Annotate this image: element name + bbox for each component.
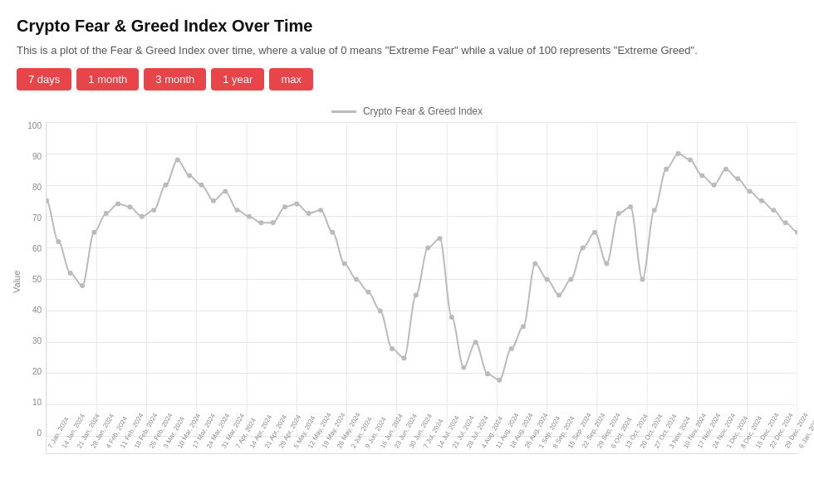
svg-point-29 xyxy=(199,183,204,188)
svg-point-26 xyxy=(163,183,168,188)
legend-line-icon xyxy=(331,110,356,113)
svg-point-73 xyxy=(723,167,728,172)
chart-inner: Value 100 90 80 70 60 50 40 30 20 10 0 xyxy=(17,122,797,454)
svg-point-46 xyxy=(401,355,406,360)
y-axis: Value 100 90 80 70 60 50 40 30 20 10 0 xyxy=(17,122,46,454)
y-axis-title: Value xyxy=(12,271,22,293)
svg-point-56 xyxy=(521,324,526,329)
svg-point-72 xyxy=(712,183,717,188)
chart-plot-area: 7 Jan, 202414 Jan, 202421 Jan, 202428 Ja… xyxy=(46,122,797,454)
time-range-buttons: 7 days 1 month 3 month 1 year max xyxy=(17,68,797,91)
svg-point-23 xyxy=(127,204,132,209)
svg-point-45 xyxy=(390,346,395,351)
chart-container: Crypto Fear & Greed Index Value 100 90 8… xyxy=(17,105,797,462)
svg-point-75 xyxy=(748,188,753,193)
svg-point-32 xyxy=(235,208,240,213)
svg-point-47 xyxy=(414,292,419,297)
svg-point-37 xyxy=(294,202,299,207)
svg-point-66 xyxy=(640,277,645,282)
svg-point-20 xyxy=(91,230,96,235)
y-tick-0: 0 xyxy=(37,429,42,438)
svg-point-76 xyxy=(759,198,764,203)
legend-label: Crypto Fear & Greed Index xyxy=(363,105,483,117)
y-tick-30: 30 xyxy=(32,337,42,345)
svg-point-18 xyxy=(68,271,73,276)
svg-point-36 xyxy=(282,204,287,209)
y-tick-40: 40 xyxy=(32,306,42,315)
svg-point-57 xyxy=(532,262,537,267)
svg-point-34 xyxy=(258,220,263,225)
btn-3month[interactable]: 3 month xyxy=(144,68,206,91)
page-subtitle: This is a plot of the Fear & Greed Index… xyxy=(17,44,797,56)
svg-point-43 xyxy=(365,290,370,295)
svg-point-33 xyxy=(247,214,252,219)
btn-1year[interactable]: 1 year xyxy=(211,68,264,91)
y-tick-20: 20 xyxy=(32,368,42,376)
y-tick-50: 50 xyxy=(32,276,42,284)
btn-max[interactable]: max xyxy=(269,68,313,91)
svg-point-40 xyxy=(330,230,335,235)
svg-point-52 xyxy=(473,340,478,345)
svg-point-48 xyxy=(425,246,430,251)
svg-point-69 xyxy=(675,151,680,156)
svg-point-21 xyxy=(104,211,109,216)
svg-point-28 xyxy=(187,173,192,178)
svg-point-68 xyxy=(664,167,669,172)
y-tick-100: 100 xyxy=(27,122,42,130)
svg-point-62 xyxy=(592,230,597,235)
svg-point-54 xyxy=(497,378,502,383)
svg-point-25 xyxy=(151,208,156,213)
svg-point-59 xyxy=(557,292,561,297)
svg-point-39 xyxy=(318,208,323,213)
y-tick-60: 60 xyxy=(32,245,42,253)
svg-point-30 xyxy=(211,198,216,203)
svg-point-70 xyxy=(688,157,693,162)
svg-point-78 xyxy=(783,220,788,225)
svg-point-67 xyxy=(652,208,657,213)
svg-point-44 xyxy=(378,308,383,313)
y-tick-10: 10 xyxy=(32,399,42,407)
btn-1month[interactable]: 1 month xyxy=(76,68,139,91)
svg-point-58 xyxy=(545,277,550,282)
svg-point-42 xyxy=(354,277,359,282)
svg-point-74 xyxy=(735,176,740,181)
svg-point-51 xyxy=(461,365,466,370)
svg-point-55 xyxy=(509,346,514,351)
svg-point-22 xyxy=(115,202,120,207)
y-tick-80: 80 xyxy=(32,183,42,192)
svg-point-41 xyxy=(342,262,347,267)
svg-point-24 xyxy=(140,214,145,219)
svg-point-50 xyxy=(449,315,454,320)
svg-point-63 xyxy=(604,262,609,267)
svg-point-64 xyxy=(616,211,621,216)
svg-point-19 xyxy=(80,283,85,288)
svg-point-35 xyxy=(271,220,276,225)
y-tick-90: 90 xyxy=(32,153,42,161)
line-chart-svg xyxy=(47,122,797,437)
svg-point-61 xyxy=(581,246,586,251)
x-labels: 7 Jan, 202414 Jan, 202421 Jan, 202428 Ja… xyxy=(47,437,797,453)
svg-point-71 xyxy=(699,173,704,178)
svg-point-65 xyxy=(628,204,633,209)
chart-legend: Crypto Fear & Greed Index xyxy=(17,105,797,117)
svg-point-27 xyxy=(175,157,180,162)
svg-point-53 xyxy=(485,371,490,376)
y-tick-70: 70 xyxy=(32,214,42,223)
svg-point-49 xyxy=(438,236,443,241)
btn-7days[interactable]: 7 days xyxy=(17,68,71,91)
svg-point-77 xyxy=(771,208,776,213)
page-title: Crypto Fear & Greed Index Over Time xyxy=(17,17,797,36)
svg-point-38 xyxy=(306,211,311,216)
svg-point-17 xyxy=(56,239,61,244)
svg-point-60 xyxy=(568,277,573,282)
svg-point-31 xyxy=(223,188,228,193)
